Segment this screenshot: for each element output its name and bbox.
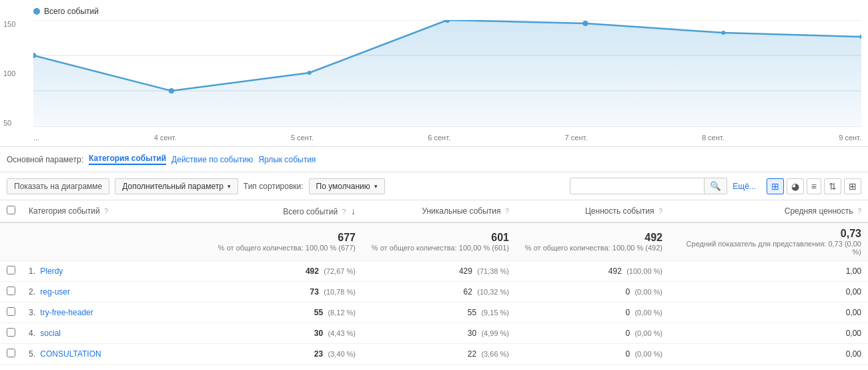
row-value-cell: 0 (0,00 %): [516, 323, 669, 344]
search-button[interactable]: 🔍: [704, 178, 727, 194]
row-total: 73: [310, 287, 319, 297]
row-category-link[interactable]: social: [40, 329, 61, 338]
view-pivot-button[interactable]: ⊞: [844, 178, 861, 194]
row-checkbox-2[interactable]: [7, 307, 15, 316]
chart-svg-wrapper: 150 100 50: [33, 20, 861, 127]
param-event-label[interactable]: Ярлык события: [258, 155, 316, 164]
row-value-pct: (0,00 %): [634, 288, 663, 296]
row-unique: 22: [468, 349, 476, 359]
search-icon: 🔍: [710, 181, 721, 191]
view-pie-button[interactable]: ◕: [787, 178, 804, 194]
row-value: 0: [625, 308, 630, 317]
y-label-150: 150: [3, 20, 15, 28]
row-unique: 429: [459, 266, 472, 276]
row-num: 2.: [29, 287, 35, 297]
row-avg-cell: 0,00: [669, 323, 868, 344]
row-checkbox-3[interactable]: [7, 328, 15, 337]
view-list-button[interactable]: ≡: [807, 178, 821, 194]
chart-legend: Всего событий: [33, 7, 861, 16]
row-checkbox-0[interactable]: [7, 266, 15, 274]
row-category-link[interactable]: reg-user: [40, 287, 70, 297]
row-unique-cell: 55 (9,15 %): [362, 303, 516, 323]
th-total-sort[interactable]: ↓: [351, 206, 356, 216]
view-compare-button[interactable]: ⇅: [824, 178, 841, 194]
row-unique-cell: 30 (4,99 %): [362, 323, 516, 344]
row-avg: 0,00: [846, 329, 861, 338]
view-icons-group: ⊞ ◕ ≡ ⇅ ⊞: [767, 178, 861, 194]
row-checkbox-1[interactable]: [7, 287, 15, 295]
y-label-100: 100: [3, 69, 15, 77]
param-category[interactable]: Категория событий: [89, 154, 166, 165]
additional-param-button[interactable]: Дополнительный параметр ▾: [115, 178, 238, 194]
row-unique-cell: 62 (10,32 %): [362, 282, 516, 303]
row-total-pct: (4,43 %): [328, 329, 356, 337]
totals-total-cell: 677 % от общего количества: 100,00 % (67…: [209, 222, 362, 261]
th-value-label: Ценность события: [585, 206, 655, 216]
search-input[interactable]: [570, 179, 704, 194]
select-all-checkbox[interactable]: [7, 206, 15, 214]
th-category-help: ?: [104, 207, 108, 215]
row-total-cell: 492 (72,67 %): [209, 261, 362, 282]
param-action[interactable]: Действие по событию: [171, 155, 253, 164]
row-total-cell: 55 (8,12 %): [209, 303, 362, 323]
row-num-cell: 5. CONSULTATION: [22, 344, 209, 365]
sort-default-button[interactable]: По умолчанию ▾: [309, 178, 385, 194]
row-checkbox-cell: [0, 323, 22, 344]
th-total: Всего событий ? ↓: [209, 200, 362, 222]
legend-label: Всего событий: [44, 7, 99, 16]
additional-param-arrow: ▾: [228, 183, 231, 190]
th-checkbox: [0, 200, 22, 222]
row-checkbox-cell: [0, 303, 22, 323]
row-unique: 62: [464, 287, 472, 297]
chart-container: Всего событий 150 100 50: [0, 0, 868, 147]
row-total-pct: (3,40 %): [328, 350, 356, 358]
data-table: Категория событий ? Всего событий ? ↓ Ун…: [0, 200, 868, 261]
search-container: 🔍: [570, 178, 727, 194]
row-total: 30: [314, 329, 323, 338]
row-category-link[interactable]: Plerdy: [40, 266, 63, 276]
x-axis: ... 4 сент. 5 сент. 6 сент. 7 сент. 8 се…: [33, 134, 861, 142]
row-avg: 0,00: [846, 308, 861, 317]
th-unique-help: ?: [505, 207, 509, 215]
more-link[interactable]: Ещё...: [733, 182, 756, 191]
chart-svg: [33, 20, 861, 127]
row-total-cell: 30 (4,43 %): [209, 323, 362, 344]
totals-checkbox-cell: [0, 222, 22, 261]
row-category-link[interactable]: try-free-header: [40, 308, 93, 317]
svg-point-6: [169, 88, 174, 94]
row-total: 55: [314, 308, 323, 317]
table-row: 2. reg-user 73 (10,78 %) 62 (10,32 %) 0 …: [0, 282, 868, 303]
toolbar-row: Показать на диаграмме Дополнительный пар…: [0, 172, 868, 200]
totals-avg-cell: 0,73 Средний показатель для представлени…: [669, 222, 868, 261]
th-category-label: Категория событий: [29, 206, 100, 216]
row-num: 5.: [29, 349, 35, 359]
totals-unique-cell: 601 % от общего количества: 100,00 % (60…: [362, 222, 516, 261]
y-label-50: 50: [3, 119, 15, 127]
th-avg-help: ?: [857, 207, 861, 215]
totals-row: 677 % от общего количества: 100,00 % (67…: [0, 222, 868, 261]
row-category-link[interactable]: CONSULTATION: [40, 349, 101, 359]
view-table-button[interactable]: ⊞: [767, 178, 784, 194]
additional-param-label: Дополнительный параметр: [122, 182, 224, 191]
row-unique-pct: (71,38 %): [477, 267, 509, 275]
row-value: 492: [608, 266, 622, 276]
row-unique-cell: 429 (71,38 %): [362, 261, 516, 282]
row-unique: 55: [468, 308, 476, 317]
row-num-cell: 4. social: [22, 323, 209, 344]
show-diagram-button[interactable]: Показать на диаграмме: [7, 178, 109, 194]
row-checkbox-4[interactable]: [7, 349, 15, 357]
row-total-pct: (72,67 %): [324, 267, 356, 275]
totals-unique-main: 601: [369, 232, 509, 244]
table-row: 1. Plerdy 492 (72,67 %) 429 (71,38 %) 49…: [0, 261, 868, 282]
table-row: 3. try-free-header 55 (8,12 %) 55 (9,15 …: [0, 303, 868, 323]
row-checkbox-cell: [0, 282, 22, 303]
row-unique-pct: (4,99 %): [481, 329, 509, 337]
table-row: 5. CONSULTATION 23 (3,40 %) 22 (3,66 %) …: [0, 344, 868, 365]
x-label-9: 9 сент.: [839, 134, 861, 142]
row-value-pct: (100,00 %): [626, 267, 663, 275]
row-unique-pct: (9,15 %): [481, 309, 509, 317]
row-avg-cell: 0,00: [669, 344, 868, 365]
row-avg-cell: 0,00: [669, 303, 868, 323]
totals-total-main: 677: [215, 232, 356, 244]
row-total: 492: [306, 266, 319, 276]
